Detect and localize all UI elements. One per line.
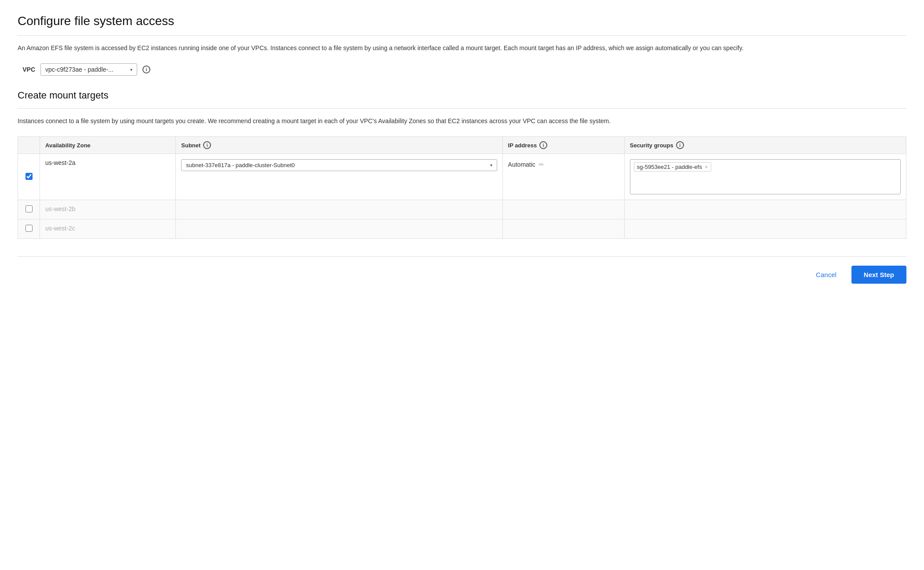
table-row: us-west-2c <box>18 219 906 239</box>
vpc-dropdown-arrow-icon: ▾ <box>130 67 132 72</box>
next-step-button[interactable]: Next Step <box>851 266 906 284</box>
row3-az-cell: us-west-2c <box>40 219 176 239</box>
page-title: Configure file system access <box>18 14 906 28</box>
row1-az-cell: us-west-2a <box>40 154 176 200</box>
sg-info-icon[interactable]: i <box>676 141 684 149</box>
vpc-info-icon[interactable]: i <box>142 66 150 73</box>
row3-subnet-cell <box>176 219 502 239</box>
col-header-checkbox <box>18 137 40 154</box>
vpc-label: VPC <box>18 66 35 73</box>
row1-ip-cell: Automatic ✏ <box>502 154 624 200</box>
col-header-ip: IP address i <box>502 137 624 154</box>
table-row: us-west-2b <box>18 200 906 219</box>
row1-checkbox[interactable] <box>25 173 33 180</box>
row1-sg-tag: sg-5953ee21 - paddle-efs × <box>634 162 711 172</box>
cancel-button[interactable]: Cancel <box>808 267 844 283</box>
section-title: Create mount targets <box>18 90 906 101</box>
row1-sg-remove-icon[interactable]: × <box>705 164 708 170</box>
mount-targets-table: Availability Zone Subnet i IP address i … <box>18 136 906 239</box>
ip-info-icon[interactable]: i <box>539 141 547 149</box>
row1-ip-value: Automatic <box>508 161 535 168</box>
row1-ip-edit-icon[interactable]: ✏ <box>539 161 544 168</box>
row1-subnet-cell: subnet-337e817a - paddle-cluster-Subnet0… <box>176 154 502 200</box>
row2-az-value: us-west-2b <box>45 205 75 212</box>
page-description: An Amazon EFS file system is accessed by… <box>18 44 906 53</box>
section-divider <box>18 108 906 109</box>
col-header-az: Availability Zone <box>40 137 176 154</box>
title-divider <box>18 35 906 36</box>
row1-sg-value: sg-5953ee21 - paddle-efs <box>637 164 702 170</box>
col-header-subnet: Subnet i <box>176 137 502 154</box>
vpc-row: VPC vpc-c9f273ae - paddle-... ▾ i <box>18 63 906 76</box>
col-header-sg: Security groups i <box>624 137 906 154</box>
row3-az-value: us-west-2c <box>45 225 75 232</box>
row1-sg-box[interactable]: sg-5953ee21 - paddle-efs × <box>630 159 901 194</box>
row2-az-cell: us-west-2b <box>40 200 176 219</box>
row1-checkbox-cell <box>18 154 40 200</box>
row2-ip-cell <box>502 200 624 219</box>
row2-sg-cell <box>624 200 906 219</box>
table-row: us-west-2a subnet-337e817a - paddle-clus… <box>18 154 906 200</box>
vpc-select[interactable]: vpc-c9f273ae - paddle-... ▾ <box>40 63 137 76</box>
footer-bar: Cancel Next Step <box>18 256 906 284</box>
subnet-info-icon[interactable]: i <box>203 141 211 149</box>
row3-checkbox[interactable] <box>25 225 33 232</box>
row3-ip-cell <box>502 219 624 239</box>
row1-subnet-arrow-icon: ▾ <box>490 163 492 168</box>
row2-checkbox-cell <box>18 200 40 219</box>
section-description: Instances connect to a file system by us… <box>18 117 906 126</box>
row2-checkbox[interactable] <box>25 205 33 212</box>
row1-subnet-value: subnet-337e817a - paddle-cluster-Subnet0 <box>186 162 295 168</box>
row1-sg-cell: sg-5953ee21 - paddle-efs × <box>624 154 906 200</box>
vpc-select-value: vpc-c9f273ae - paddle-... <box>45 66 113 73</box>
row3-sg-cell <box>624 219 906 239</box>
row1-subnet-select[interactable]: subnet-337e817a - paddle-cluster-Subnet0… <box>181 159 497 171</box>
row3-checkbox-cell <box>18 219 40 239</box>
row1-az-value: us-west-2a <box>45 159 75 166</box>
row2-subnet-cell <box>176 200 502 219</box>
